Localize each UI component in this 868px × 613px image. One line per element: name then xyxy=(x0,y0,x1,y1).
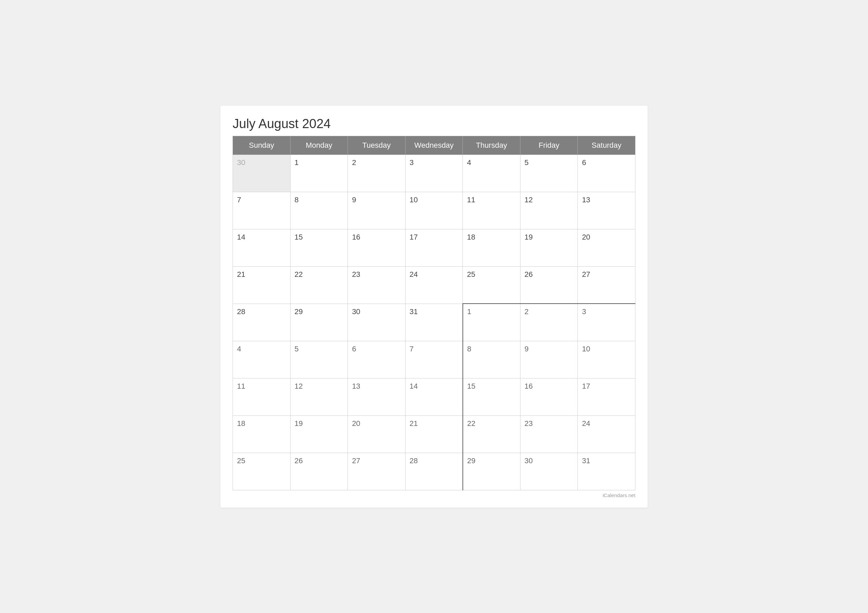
week-row: 78910111213 xyxy=(233,192,636,229)
calendar-day[interactable]: 8 xyxy=(463,341,521,378)
calendar-day[interactable]: 21 xyxy=(233,266,291,303)
calendar-day[interactable]: 19 xyxy=(290,415,348,453)
calendar-day[interactable]: 16 xyxy=(520,378,578,415)
calendar-day[interactable]: 29 xyxy=(463,453,521,490)
calendar-day[interactable]: 31 xyxy=(405,303,463,341)
calendar-day[interactable]: 29 xyxy=(290,303,348,341)
calendar-day[interactable]: 6 xyxy=(348,341,406,378)
header-cell-monday: Monday xyxy=(290,136,348,155)
calendar-day[interactable]: 14 xyxy=(233,229,291,266)
week-row: 14151617181920 xyxy=(233,229,636,266)
calendar-day[interactable]: 20 xyxy=(578,229,636,266)
calendar-day[interactable]: 26 xyxy=(520,266,578,303)
header-cell-saturday: Saturday xyxy=(578,136,636,155)
calendar-table: SundayMondayTuesdayWednesdayThursdayFrid… xyxy=(232,136,636,490)
calendar-day[interactable]: 14 xyxy=(405,378,463,415)
calendar-day[interactable]: 10 xyxy=(405,192,463,229)
calendar-day[interactable]: 13 xyxy=(578,192,636,229)
calendar-day[interactable]: 22 xyxy=(463,415,521,453)
calendar-day[interactable]: 3 xyxy=(405,155,463,192)
calendar-day[interactable]: 26 xyxy=(290,453,348,490)
week-row: 18192021222324 xyxy=(233,415,636,453)
calendar-day[interactable]: 22 xyxy=(290,266,348,303)
calendar-container: July August 2024 SundayMondayTuesdayWedn… xyxy=(220,106,648,508)
calendar-day[interactable]: 25 xyxy=(463,266,521,303)
calendar-header: SundayMondayTuesdayWednesdayThursdayFrid… xyxy=(233,136,636,155)
calendar-day[interactable]: 30 xyxy=(348,303,406,341)
week-row: 11121314151617 xyxy=(233,378,636,415)
header-cell-sunday: Sunday xyxy=(233,136,291,155)
header-row: SundayMondayTuesdayWednesdayThursdayFrid… xyxy=(233,136,636,155)
calendar-day[interactable]: 7 xyxy=(233,192,291,229)
calendar-day[interactable]: 18 xyxy=(233,415,291,453)
calendar-day[interactable]: 30 xyxy=(233,155,291,192)
calendar-day[interactable]: 5 xyxy=(520,155,578,192)
calendar-day[interactable]: 12 xyxy=(520,192,578,229)
week-row: 21222324252627 xyxy=(233,266,636,303)
watermark: iCalendars.net xyxy=(232,492,636,498)
calendar-day[interactable]: 7 xyxy=(405,341,463,378)
calendar-day[interactable]: 2 xyxy=(348,155,406,192)
header-cell-thursday: Thursday xyxy=(463,136,521,155)
calendar-day[interactable]: 18 xyxy=(463,229,521,266)
calendar-day[interactable]: 21 xyxy=(405,415,463,453)
calendar-title: July August 2024 xyxy=(232,116,636,131)
calendar-day[interactable]: 24 xyxy=(405,266,463,303)
calendar-day[interactable]: 5 xyxy=(290,341,348,378)
calendar-day[interactable]: 8 xyxy=(290,192,348,229)
calendar-day[interactable]: 1 xyxy=(290,155,348,192)
calendar-day[interactable]: 17 xyxy=(578,378,636,415)
calendar-day[interactable]: 15 xyxy=(290,229,348,266)
calendar-day[interactable]: 4 xyxy=(233,341,291,378)
calendar-day[interactable]: 25 xyxy=(233,453,291,490)
calendar-day[interactable]: 1 xyxy=(463,303,521,341)
header-cell-wednesday: Wednesday xyxy=(405,136,463,155)
calendar-day[interactable]: 10 xyxy=(578,341,636,378)
calendar-day[interactable]: 30 xyxy=(520,453,578,490)
calendar-day[interactable]: 28 xyxy=(405,453,463,490)
calendar-day[interactable]: 31 xyxy=(578,453,636,490)
calendar-day[interactable]: 19 xyxy=(520,229,578,266)
calendar-day[interactable]: 11 xyxy=(463,192,521,229)
calendar-day[interactable]: 4 xyxy=(463,155,521,192)
calendar-day[interactable]: 11 xyxy=(233,378,291,415)
calendar-day[interactable]: 16 xyxy=(348,229,406,266)
calendar-day[interactable]: 27 xyxy=(348,453,406,490)
week-row: 25262728293031 xyxy=(233,453,636,490)
calendar-day[interactable]: 2 xyxy=(520,303,578,341)
calendar-day[interactable]: 17 xyxy=(405,229,463,266)
calendar-body: 3012345678910111213141516171819202122232… xyxy=(233,155,636,490)
calendar-day[interactable]: 23 xyxy=(520,415,578,453)
calendar-day[interactable]: 3 xyxy=(578,303,636,341)
week-row: 45678910 xyxy=(233,341,636,378)
week-row: 28293031123 xyxy=(233,303,636,341)
calendar-day[interactable]: 9 xyxy=(520,341,578,378)
calendar-day[interactable]: 6 xyxy=(578,155,636,192)
calendar-day[interactable]: 20 xyxy=(348,415,406,453)
calendar-day[interactable]: 27 xyxy=(578,266,636,303)
calendar-day[interactable]: 15 xyxy=(463,378,521,415)
calendar-day[interactable]: 9 xyxy=(348,192,406,229)
header-cell-tuesday: Tuesday xyxy=(348,136,406,155)
calendar-day[interactable]: 23 xyxy=(348,266,406,303)
week-row: 30123456 xyxy=(233,155,636,192)
calendar-day[interactable]: 24 xyxy=(578,415,636,453)
header-cell-friday: Friday xyxy=(520,136,578,155)
calendar-day[interactable]: 13 xyxy=(348,378,406,415)
calendar-day[interactable]: 12 xyxy=(290,378,348,415)
calendar-day[interactable]: 28 xyxy=(233,303,291,341)
